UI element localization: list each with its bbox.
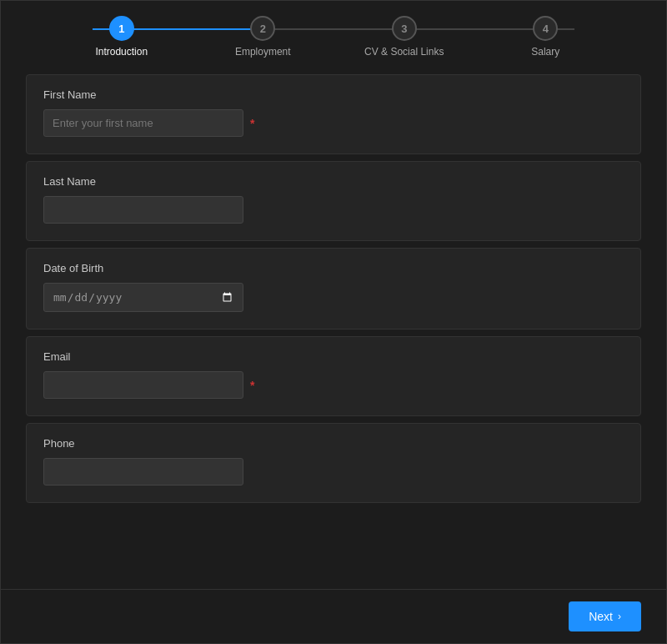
email-required-star: * bbox=[250, 379, 254, 392]
email-section: Email * bbox=[26, 336, 641, 416]
first-name-section: First Name * bbox=[26, 74, 641, 154]
phone-input[interactable] bbox=[43, 458, 243, 486]
first-name-row: * bbox=[43, 109, 624, 137]
first-name-required-star: * bbox=[250, 117, 254, 130]
step-1-circle: 1 bbox=[109, 16, 134, 41]
page-container: 1 Introduction 2 Employment 3 CV & Socia… bbox=[0, 0, 667, 644]
next-button[interactable]: Next › bbox=[569, 601, 641, 631]
step-1[interactable]: 1 Introduction bbox=[51, 16, 193, 58]
step-3-circle: 3 bbox=[392, 16, 417, 41]
phone-section: Phone bbox=[26, 423, 641, 503]
last-name-row bbox=[43, 196, 624, 224]
last-name-section: Last Name bbox=[26, 161, 641, 241]
email-row: * bbox=[43, 371, 624, 399]
step-2-label: Employment bbox=[235, 46, 291, 58]
first-name-label: First Name bbox=[43, 88, 624, 101]
email-input[interactable] bbox=[43, 371, 243, 399]
dob-row bbox=[43, 283, 624, 312]
dob-section: Date of Birth bbox=[26, 248, 641, 330]
step-2-circle: 2 bbox=[250, 16, 275, 41]
step-4[interactable]: 4 Salary bbox=[475, 16, 617, 58]
email-label: Email bbox=[43, 350, 624, 363]
next-button-label: Next bbox=[589, 610, 613, 623]
next-chevron-icon: › bbox=[618, 611, 621, 622]
stepper: 1 Introduction 2 Employment 3 CV & Socia… bbox=[1, 1, 666, 66]
step-4-circle: 4 bbox=[533, 16, 558, 41]
step-3[interactable]: 3 CV & Social Links bbox=[334, 16, 475, 58]
first-name-input[interactable] bbox=[43, 109, 243, 137]
footer: Next › bbox=[1, 589, 666, 643]
step-4-label: Salary bbox=[531, 46, 559, 58]
phone-label: Phone bbox=[43, 437, 624, 450]
phone-row bbox=[43, 458, 624, 486]
step-2[interactable]: 2 Employment bbox=[193, 16, 334, 58]
form-area: First Name * Last Name Date of Birth Ema… bbox=[1, 66, 666, 589]
step-3-label: CV & Social Links bbox=[364, 46, 444, 58]
dob-input[interactable] bbox=[43, 283, 243, 312]
step-1-label: Introduction bbox=[95, 46, 148, 58]
last-name-input[interactable] bbox=[43, 196, 243, 224]
last-name-label: Last Name bbox=[43, 175, 624, 188]
dob-label: Date of Birth bbox=[43, 262, 624, 274]
